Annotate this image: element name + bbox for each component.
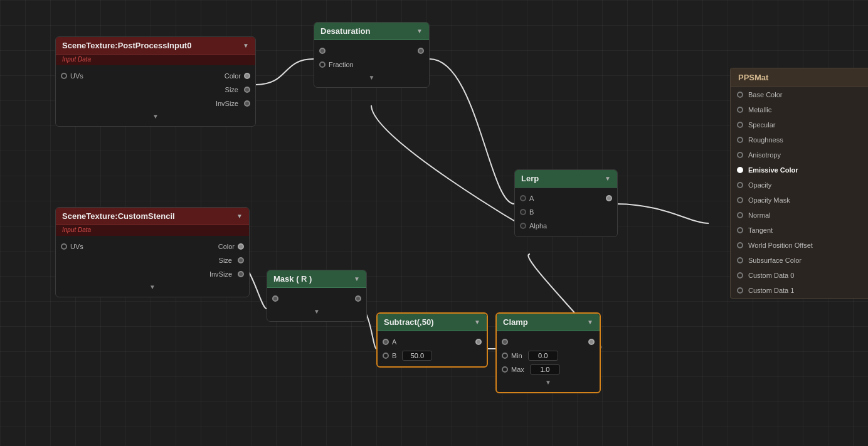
pin-lerp-b-in[interactable] — [520, 209, 526, 215]
input-clamp-min[interactable] — [528, 351, 558, 361]
node-row-subtract-a: A — [378, 335, 487, 349]
node-row-clamp-io — [497, 335, 600, 349]
node-title-mask: Mask ( R ) — [273, 274, 312, 284]
pin-invsize-out[interactable] — [244, 100, 250, 107]
node-row-size: Size — [56, 83, 255, 97]
label-color: Color — [225, 72, 241, 80]
pin-normal[interactable] — [737, 212, 743, 218]
node-expand-arrow-0[interactable]: ▼ — [56, 110, 255, 122]
node-expand-arrow-clamp[interactable]: ▼ — [497, 376, 600, 388]
pin-desat-out[interactable] — [418, 48, 424, 54]
pin-opacity[interactable] — [737, 182, 743, 188]
node-body-subtract: A B — [378, 331, 487, 366]
node-row-stencil-invsize: InvSize — [56, 267, 249, 281]
pin-clamp-min-in[interactable] — [502, 353, 508, 359]
node-header-subtract[interactable]: Subtract(,50) ▼ — [378, 314, 487, 331]
node-title-desaturation: Desaturation — [320, 26, 370, 36]
label-clamp-min: Min — [511, 352, 522, 359]
pin-subsurface-color[interactable] — [737, 257, 743, 263]
node-title-lerp: Lerp — [521, 174, 539, 183]
pin-clamp-out[interactable] — [588, 339, 595, 345]
node-expand-clamp[interactable]: ▼ — [587, 319, 593, 326]
pin-fraction-in[interactable] — [319, 61, 326, 68]
node-body-mask: ▼ — [267, 288, 366, 321]
pin-tangent[interactable] — [737, 227, 743, 233]
node-expand-lerp[interactable]: ▼ — [605, 175, 611, 182]
node-expand-arrow-desat[interactable]: ▼ — [314, 72, 429, 83]
node-row-stencil-size: Size — [56, 253, 249, 267]
node-expand-arrow-stencil[interactable]: ▼ — [56, 281, 249, 293]
pin-subtract-out[interactable] — [475, 339, 482, 345]
pin-base-color[interactable] — [737, 92, 743, 98]
node-expand-stencil[interactable]: ▼ — [236, 213, 243, 220]
label-stencil-size: Size — [219, 257, 232, 264]
node-header-lerp[interactable]: Lerp ▼ — [515, 170, 617, 188]
node-header-clamp[interactable]: Clamp ▼ — [497, 314, 600, 331]
pin-stencil-invsize-out[interactable] — [238, 271, 244, 277]
pin-stencil-size-out[interactable] — [238, 257, 244, 263]
pin-opacity-mask[interactable] — [737, 197, 743, 203]
node-row-mask-io — [267, 292, 366, 305]
pin-mask-in[interactable] — [272, 295, 278, 302]
label-lerp-alpha: Alpha — [529, 222, 547, 230]
node-mask-r: Mask ( R ) ▼ ▼ — [267, 270, 367, 322]
node-row-lerp-b: B — [515, 205, 617, 219]
pin-subtract-b-in[interactable] — [383, 353, 389, 359]
input-clamp-max[interactable] — [530, 364, 560, 374]
pin-roughness[interactable] — [737, 137, 743, 143]
ppsmat-row-subsurface-color: Subsurface Color — [731, 253, 868, 268]
pin-lerp-out[interactable] — [606, 195, 612, 201]
pin-lerp-alpha-in[interactable] — [520, 223, 526, 229]
ppsmat-row-specular: Specular — [731, 117, 868, 132]
pin-clamp-in[interactable] — [502, 339, 508, 345]
pin-desat-in[interactable] — [319, 48, 326, 54]
pin-color-out[interactable] — [244, 73, 250, 79]
pin-uvs-in[interactable] — [61, 73, 67, 79]
pin-stencil-uvs-in[interactable] — [61, 243, 67, 250]
node-body-scene-texture-0: UVs Color Size InvSize ▼ — [56, 65, 255, 126]
node-row-uvs-color: UVs Color — [56, 69, 255, 83]
pin-custom-data-1[interactable] — [737, 287, 743, 294]
node-expand-mask[interactable]: ▼ — [354, 275, 360, 282]
pin-world-pos-offset[interactable] — [737, 242, 743, 248]
label-lerp-b: B — [529, 208, 534, 216]
label-opacity: Opacity — [748, 181, 771, 189]
label-anisotropy: Anisotropy — [748, 151, 781, 159]
label-tangent: Tangent — [748, 226, 773, 234]
node-row-lerp-alpha: Alpha — [515, 219, 617, 233]
pin-clamp-max-in[interactable] — [502, 366, 508, 373]
pin-mask-out[interactable] — [355, 295, 361, 302]
label-world-pos-offset: World Position Offset — [748, 242, 813, 249]
ppsmat-row-custom-data-0: Custom Data 0 — [731, 268, 868, 283]
label-stencil-invsize: InvSize — [209, 270, 232, 278]
node-header-desaturation[interactable]: Desaturation ▼ — [314, 23, 429, 40]
pin-stencil-color-out[interactable] — [238, 243, 244, 250]
node-row-invsize: InvSize — [56, 97, 255, 110]
label-lerp-a: A — [529, 194, 534, 202]
ppsmat-row-normal: Normal — [731, 208, 868, 223]
label-specular: Specular — [748, 121, 775, 129]
node-subheader-scene-texture-0: Input Data — [56, 55, 255, 65]
pin-custom-data-0[interactable] — [737, 272, 743, 279]
node-expand-subtract[interactable]: ▼ — [474, 319, 480, 326]
pin-metallic[interactable] — [737, 107, 743, 113]
node-expand-desaturation[interactable]: ▼ — [416, 28, 423, 35]
node-header-stencil[interactable]: SceneTexture:CustomStencil ▼ — [56, 208, 249, 225]
node-expand-scene-texture-0[interactable]: ▼ — [243, 42, 249, 49]
pin-size-out[interactable] — [244, 87, 250, 93]
node-title-scene-texture-0: SceneTexture:PostProcessInput0 — [62, 41, 191, 50]
label-subsurface-color: Subsurface Color — [748, 257, 802, 264]
pin-emissive[interactable] — [737, 167, 743, 173]
input-subtract-b[interactable] — [402, 351, 432, 361]
pin-anisotropy[interactable] — [737, 152, 743, 158]
node-expand-arrow-mask[interactable]: ▼ — [267, 305, 366, 317]
pin-specular[interactable] — [737, 122, 743, 128]
label-subtract-a: A — [392, 338, 396, 346]
node-row-clamp-min: Min — [497, 349, 600, 363]
ppsmat-row-emissive: Emissive Color — [731, 162, 868, 178]
node-header-mask[interactable]: Mask ( R ) ▼ — [267, 270, 366, 288]
pin-lerp-a-in[interactable] — [520, 195, 526, 201]
pin-subtract-a-in[interactable] — [383, 339, 389, 345]
ppsmat-row-roughness: Roughness — [731, 132, 868, 147]
node-header-scene-texture-0[interactable]: SceneTexture:PostProcessInput0 ▼ — [56, 37, 255, 55]
